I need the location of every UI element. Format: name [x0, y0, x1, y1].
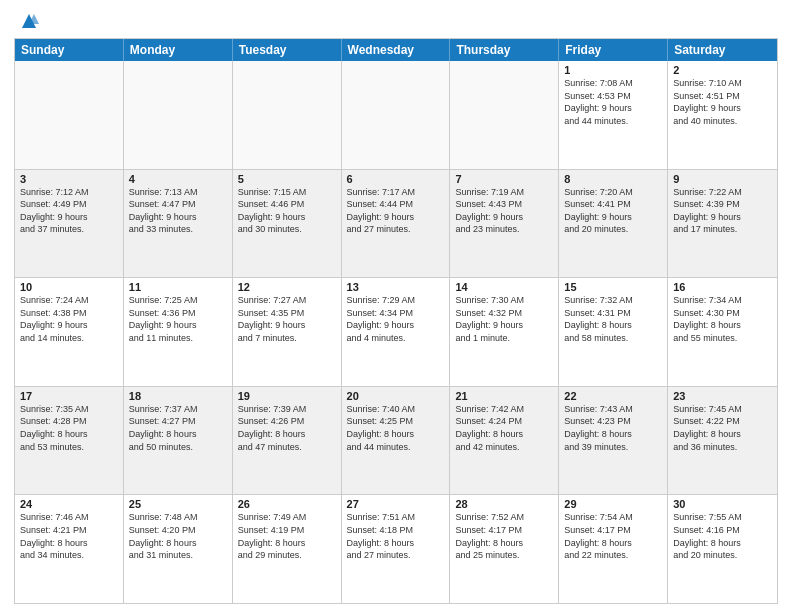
calendar-cell: 27Sunrise: 7:51 AM Sunset: 4:18 PM Dayli… [342, 495, 451, 603]
day-number: 10 [20, 281, 118, 293]
day-info: Sunrise: 7:08 AM Sunset: 4:53 PM Dayligh… [564, 77, 662, 127]
day-info: Sunrise: 7:43 AM Sunset: 4:23 PM Dayligh… [564, 403, 662, 453]
calendar-cell: 7Sunrise: 7:19 AM Sunset: 4:43 PM Daylig… [450, 170, 559, 278]
calendar-cell: 10Sunrise: 7:24 AM Sunset: 4:38 PM Dayli… [15, 278, 124, 386]
day-number: 17 [20, 390, 118, 402]
day-number: 30 [673, 498, 772, 510]
calendar-cell: 22Sunrise: 7:43 AM Sunset: 4:23 PM Dayli… [559, 387, 668, 495]
day-number: 19 [238, 390, 336, 402]
calendar-cell: 9Sunrise: 7:22 AM Sunset: 4:39 PM Daylig… [668, 170, 777, 278]
calendar-cell: 19Sunrise: 7:39 AM Sunset: 4:26 PM Dayli… [233, 387, 342, 495]
day-number: 23 [673, 390, 772, 402]
day-number: 22 [564, 390, 662, 402]
day-info: Sunrise: 7:54 AM Sunset: 4:17 PM Dayligh… [564, 511, 662, 561]
calendar-cell: 1Sunrise: 7:08 AM Sunset: 4:53 PM Daylig… [559, 61, 668, 169]
day-number: 28 [455, 498, 553, 510]
day-info: Sunrise: 7:29 AM Sunset: 4:34 PM Dayligh… [347, 294, 445, 344]
calendar-cell: 17Sunrise: 7:35 AM Sunset: 4:28 PM Dayli… [15, 387, 124, 495]
day-info: Sunrise: 7:39 AM Sunset: 4:26 PM Dayligh… [238, 403, 336, 453]
day-info: Sunrise: 7:24 AM Sunset: 4:38 PM Dayligh… [20, 294, 118, 344]
header [14, 10, 778, 32]
calendar-cell: 23Sunrise: 7:45 AM Sunset: 4:22 PM Dayli… [668, 387, 777, 495]
calendar-cell [450, 61, 559, 169]
day-number: 18 [129, 390, 227, 402]
calendar-cell: 11Sunrise: 7:25 AM Sunset: 4:36 PM Dayli… [124, 278, 233, 386]
day-number: 21 [455, 390, 553, 402]
day-number: 20 [347, 390, 445, 402]
calendar-cell: 16Sunrise: 7:34 AM Sunset: 4:30 PM Dayli… [668, 278, 777, 386]
day-info: Sunrise: 7:32 AM Sunset: 4:31 PM Dayligh… [564, 294, 662, 344]
day-number: 11 [129, 281, 227, 293]
day-number: 16 [673, 281, 772, 293]
day-info: Sunrise: 7:27 AM Sunset: 4:35 PM Dayligh… [238, 294, 336, 344]
day-info: Sunrise: 7:17 AM Sunset: 4:44 PM Dayligh… [347, 186, 445, 236]
calendar-body: 1Sunrise: 7:08 AM Sunset: 4:53 PM Daylig… [15, 61, 777, 603]
calendar-row: 17Sunrise: 7:35 AM Sunset: 4:28 PM Dayli… [15, 387, 777, 496]
calendar-row: 10Sunrise: 7:24 AM Sunset: 4:38 PM Dayli… [15, 278, 777, 387]
calendar-cell: 28Sunrise: 7:52 AM Sunset: 4:17 PM Dayli… [450, 495, 559, 603]
calendar-cell: 2Sunrise: 7:10 AM Sunset: 4:51 PM Daylig… [668, 61, 777, 169]
day-number: 26 [238, 498, 336, 510]
day-number: 9 [673, 173, 772, 185]
day-number: 15 [564, 281, 662, 293]
calendar-cell: 24Sunrise: 7:46 AM Sunset: 4:21 PM Dayli… [15, 495, 124, 603]
day-number: 1 [564, 64, 662, 76]
day-info: Sunrise: 7:37 AM Sunset: 4:27 PM Dayligh… [129, 403, 227, 453]
calendar-cell: 26Sunrise: 7:49 AM Sunset: 4:19 PM Dayli… [233, 495, 342, 603]
calendar-header-cell: Sunday [15, 39, 124, 61]
day-info: Sunrise: 7:45 AM Sunset: 4:22 PM Dayligh… [673, 403, 772, 453]
calendar-row: 1Sunrise: 7:08 AM Sunset: 4:53 PM Daylig… [15, 61, 777, 170]
calendar: SundayMondayTuesdayWednesdayThursdayFrid… [14, 38, 778, 604]
calendar-cell: 4Sunrise: 7:13 AM Sunset: 4:47 PM Daylig… [124, 170, 233, 278]
day-info: Sunrise: 7:12 AM Sunset: 4:49 PM Dayligh… [20, 186, 118, 236]
day-number: 7 [455, 173, 553, 185]
calendar-cell: 25Sunrise: 7:48 AM Sunset: 4:20 PM Dayli… [124, 495, 233, 603]
day-number: 3 [20, 173, 118, 185]
day-info: Sunrise: 7:35 AM Sunset: 4:28 PM Dayligh… [20, 403, 118, 453]
day-info: Sunrise: 7:13 AM Sunset: 4:47 PM Dayligh… [129, 186, 227, 236]
day-number: 6 [347, 173, 445, 185]
calendar-cell [15, 61, 124, 169]
day-number: 5 [238, 173, 336, 185]
calendar-header-cell: Saturday [668, 39, 777, 61]
calendar-cell: 15Sunrise: 7:32 AM Sunset: 4:31 PM Dayli… [559, 278, 668, 386]
day-info: Sunrise: 7:34 AM Sunset: 4:30 PM Dayligh… [673, 294, 772, 344]
calendar-header: SundayMondayTuesdayWednesdayThursdayFrid… [15, 39, 777, 61]
day-info: Sunrise: 7:30 AM Sunset: 4:32 PM Dayligh… [455, 294, 553, 344]
calendar-header-cell: Wednesday [342, 39, 451, 61]
day-info: Sunrise: 7:19 AM Sunset: 4:43 PM Dayligh… [455, 186, 553, 236]
day-info: Sunrise: 7:20 AM Sunset: 4:41 PM Dayligh… [564, 186, 662, 236]
day-info: Sunrise: 7:42 AM Sunset: 4:24 PM Dayligh… [455, 403, 553, 453]
day-number: 14 [455, 281, 553, 293]
calendar-cell: 20Sunrise: 7:40 AM Sunset: 4:25 PM Dayli… [342, 387, 451, 495]
day-info: Sunrise: 7:46 AM Sunset: 4:21 PM Dayligh… [20, 511, 118, 561]
calendar-cell: 3Sunrise: 7:12 AM Sunset: 4:49 PM Daylig… [15, 170, 124, 278]
day-info: Sunrise: 7:40 AM Sunset: 4:25 PM Dayligh… [347, 403, 445, 453]
calendar-cell [233, 61, 342, 169]
day-info: Sunrise: 7:48 AM Sunset: 4:20 PM Dayligh… [129, 511, 227, 561]
day-info: Sunrise: 7:25 AM Sunset: 4:36 PM Dayligh… [129, 294, 227, 344]
calendar-header-cell: Tuesday [233, 39, 342, 61]
day-number: 13 [347, 281, 445, 293]
day-number: 29 [564, 498, 662, 510]
day-info: Sunrise: 7:10 AM Sunset: 4:51 PM Dayligh… [673, 77, 772, 127]
day-info: Sunrise: 7:49 AM Sunset: 4:19 PM Dayligh… [238, 511, 336, 561]
day-number: 24 [20, 498, 118, 510]
day-number: 4 [129, 173, 227, 185]
day-info: Sunrise: 7:22 AM Sunset: 4:39 PM Dayligh… [673, 186, 772, 236]
calendar-row: 3Sunrise: 7:12 AM Sunset: 4:49 PM Daylig… [15, 170, 777, 279]
logo-icon [18, 10, 40, 32]
calendar-cell: 14Sunrise: 7:30 AM Sunset: 4:32 PM Dayli… [450, 278, 559, 386]
calendar-cell: 5Sunrise: 7:15 AM Sunset: 4:46 PM Daylig… [233, 170, 342, 278]
calendar-cell: 21Sunrise: 7:42 AM Sunset: 4:24 PM Dayli… [450, 387, 559, 495]
calendar-header-cell: Thursday [450, 39, 559, 61]
day-info: Sunrise: 7:52 AM Sunset: 4:17 PM Dayligh… [455, 511, 553, 561]
day-number: 8 [564, 173, 662, 185]
calendar-header-cell: Monday [124, 39, 233, 61]
day-info: Sunrise: 7:55 AM Sunset: 4:16 PM Dayligh… [673, 511, 772, 561]
calendar-cell [124, 61, 233, 169]
logo [14, 10, 40, 32]
calendar-cell: 30Sunrise: 7:55 AM Sunset: 4:16 PM Dayli… [668, 495, 777, 603]
day-info: Sunrise: 7:15 AM Sunset: 4:46 PM Dayligh… [238, 186, 336, 236]
day-number: 27 [347, 498, 445, 510]
